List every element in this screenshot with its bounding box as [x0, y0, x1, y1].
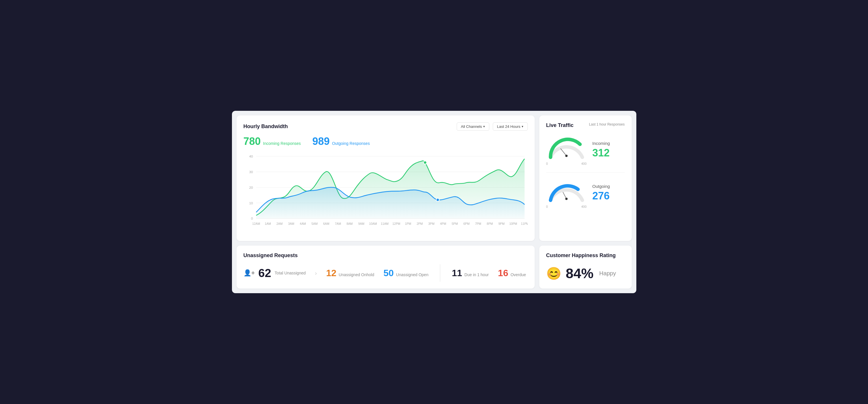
outgoing-gauge-section: 0 400 Outgoing 276: [546, 177, 625, 208]
unassigned-title: Unassigned Requests: [244, 252, 298, 259]
svg-text:12PM: 12PM: [392, 222, 400, 225]
incoming-gauge-max: 400: [581, 162, 586, 165]
happiness-label: Happy: [599, 270, 616, 277]
overdue-group: 16 Overdue: [498, 268, 526, 278]
total-unassigned-group: 👤+ 62 Total Unassigned: [244, 267, 306, 280]
svg-text:4PM: 4PM: [440, 222, 446, 225]
overdue-num: 16: [498, 268, 508, 278]
incoming-gauge-value: 312: [592, 147, 625, 159]
svg-point-37: [565, 198, 567, 200]
svg-text:10PM: 10PM: [509, 222, 517, 225]
svg-text:8PM: 8PM: [487, 222, 493, 225]
happiness-card: Customer Happiness Rating 😊 84% Happy: [539, 245, 632, 289]
svg-text:20: 20: [249, 186, 253, 190]
outgoing-label: Outgoing Responses: [332, 141, 370, 146]
onhold-group: 12 Unassigned Onhold: [326, 268, 374, 278]
live-traffic-subtitle: Last 1 hour Responses: [589, 122, 624, 126]
chart-svg: 40 30 20 10 0: [244, 153, 528, 234]
bandwidth-header: Hourly Bandwidth All Channels Last 24 Ho…: [244, 122, 528, 131]
svg-text:3PM: 3PM: [428, 222, 434, 225]
happiness-title: Customer Happiness Rating: [546, 252, 616, 259]
incoming-number: 780: [244, 135, 261, 147]
svg-text:6PM: 6PM: [463, 222, 469, 225]
bandwidth-stats: 780 Incoming Responses 989 Outgoing Resp…: [244, 135, 528, 147]
bandwidth-chart: 40 30 20 10 0: [244, 153, 528, 234]
unassigned-stats: 👤+ 62 Total Unassigned › 12 Unassigned O…: [244, 264, 528, 282]
svg-text:6AM: 6AM: [323, 222, 329, 225]
happiness-content: 😊 84% Happy: [546, 266, 625, 281]
bandwidth-controls: All Channels Last 24 Hours: [457, 122, 528, 131]
incoming-label: Incoming Responses: [263, 141, 301, 146]
svg-text:5AM: 5AM: [311, 222, 317, 225]
svg-text:4AM: 4AM: [300, 222, 306, 225]
due-group: 11 Due in 1 hour: [452, 268, 489, 278]
outgoing-stat: 989 Outgoing Responses: [312, 135, 370, 147]
outgoing-gauge-value: 276: [592, 190, 625, 202]
live-traffic-card: Live Traffic Last 1 hour Responses: [539, 115, 632, 241]
time-dropdown[interactable]: Last 24 Hours: [493, 122, 528, 131]
incoming-gauge-wrapper: 0 400 Incoming 312: [546, 134, 625, 165]
happiness-header: Customer Happiness Rating: [546, 252, 625, 259]
outgoing-gauge-range: 0 400: [546, 205, 587, 208]
outgoing-number: 989: [312, 135, 330, 147]
incoming-gauge-min: 0: [546, 162, 548, 165]
total-unassigned-label: Total Unassigned: [275, 271, 306, 275]
person-icon: 👤+: [244, 269, 255, 277]
outgoing-gauge-wrapper: 0 400 Outgoing 276: [546, 177, 625, 208]
total-unassigned-num: 62: [258, 267, 271, 280]
svg-line-34: [561, 148, 566, 156]
svg-text:11AM: 11AM: [381, 222, 389, 225]
incoming-gauge-section: 0 400 Incoming 312: [546, 134, 625, 165]
due-num: 11: [452, 268, 462, 278]
channels-dropdown[interactable]: All Channels: [457, 122, 489, 131]
onhold-num: 12: [326, 268, 337, 278]
svg-text:0: 0: [251, 217, 253, 221]
outgoing-gauge-info: Outgoing 276: [592, 184, 625, 202]
incoming-gauge-container: 0 400: [546, 134, 587, 165]
incoming-gauge-svg: [546, 134, 587, 160]
outgoing-gauge-min: 0: [546, 205, 548, 208]
open-label: Unassigned Open: [396, 272, 428, 277]
blue-datapoint: [436, 198, 439, 201]
svg-text:1PM: 1PM: [405, 222, 411, 225]
outgoing-gauge-container: 0 400: [546, 177, 587, 208]
svg-text:5PM: 5PM: [452, 222, 458, 225]
svg-text:8AM: 8AM: [346, 222, 352, 225]
bandwidth-card: Hourly Bandwidth All Channels Last 24 Ho…: [237, 115, 535, 241]
incoming-gauge-info: Incoming 312: [592, 141, 625, 159]
smiley-icon: 😊: [546, 266, 561, 280]
svg-text:9AM: 9AM: [358, 222, 364, 225]
open-num: 50: [383, 268, 394, 278]
svg-text:10: 10: [249, 201, 253, 205]
outgoing-gauge-svg: [546, 177, 587, 203]
svg-text:2PM: 2PM: [416, 222, 423, 225]
svg-text:9PM: 9PM: [498, 222, 504, 225]
incoming-stat: 780 Incoming Responses: [244, 135, 301, 147]
svg-point-35: [565, 155, 567, 157]
svg-text:30: 30: [249, 170, 253, 174]
svg-text:12AM: 12AM: [252, 222, 260, 225]
live-traffic-header: Live Traffic Last 1 hour Responses: [546, 122, 625, 128]
live-traffic-title: Live Traffic: [546, 122, 574, 128]
green-datapoint: [424, 161, 427, 164]
onhold-label: Unassigned Onhold: [339, 272, 374, 277]
svg-text:7AM: 7AM: [335, 222, 341, 225]
svg-text:10AM: 10AM: [369, 222, 377, 225]
gauge-divider: [546, 172, 625, 173]
arrow-separator: ›: [315, 270, 317, 276]
open-group: 50 Unassigned Open: [383, 268, 429, 278]
happiness-percent: 84%: [566, 266, 594, 281]
overdue-label: Overdue: [510, 272, 526, 277]
outgoing-gauge-max: 400: [581, 205, 586, 208]
svg-text:1AM: 1AM: [265, 222, 271, 225]
svg-text:3AM: 3AM: [288, 222, 294, 225]
unassigned-card: Unassigned Requests 👤+ 62 Total Unassign…: [237, 245, 535, 289]
incoming-gauge-label: Incoming: [592, 141, 625, 146]
svg-text:11PM: 11PM: [521, 222, 527, 225]
outgoing-gauge-label: Outgoing: [592, 184, 625, 189]
bandwidth-title: Hourly Bandwidth: [244, 124, 288, 130]
due-label: Due in 1 hour: [464, 272, 489, 277]
unassigned-header: Unassigned Requests: [244, 252, 528, 259]
svg-text:7PM: 7PM: [475, 222, 481, 225]
svg-text:40: 40: [249, 155, 253, 159]
